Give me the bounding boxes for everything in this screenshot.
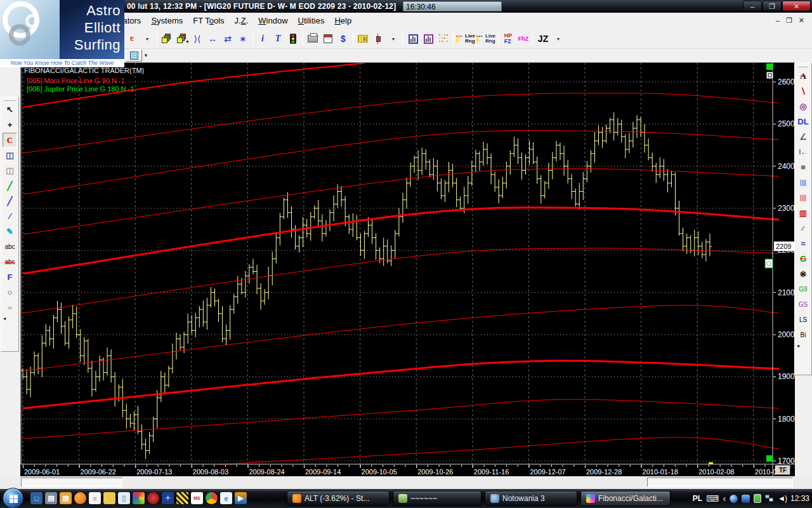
chart-window-purple-icon[interactable] [421,31,435,46]
media-red-icon[interactable] [147,492,159,504]
live-range-blue-icon[interactable]: •••FLiveRng [476,31,495,46]
start-button[interactable] [3,488,23,508]
battery-icon[interactable] [754,494,761,503]
palette-drag-handle[interactable] [4,98,15,101]
chrome-icon[interactable] [206,492,218,504]
price-chart-canvas[interactable]: FIBONACCI/GALACTIC TRADER(TM)[005] Mars … [20,62,795,476]
dropdown-arrow-icon[interactable]: ▼ [551,31,565,46]
gann-g-tool[interactable]: G [796,251,811,266]
jz-menu-icon[interactable]: JZ [536,31,550,46]
color-grid-icon[interactable] [436,31,450,46]
explorer-icon[interactable]: ▤ [60,492,72,504]
vertical-lines-blue-tool[interactable]: |||| [796,175,811,190]
tray-chevron-icon[interactable]: ‹ [723,493,726,504]
a-wave-tool[interactable]: A [796,69,811,83]
pointer-tool[interactable]: ↖ [3,102,17,117]
mdi-restore-button[interactable]: ❐ [783,17,796,24]
live-range-red-icon[interactable]: •••FLiveRng [456,31,475,46]
spiral-tool[interactable]: ◎ [796,99,811,114]
crosshair-tool[interactable]: + [3,117,17,132]
fhz-icon[interactable]: FhZ [516,31,530,46]
minimize-button[interactable]: – [743,1,762,11]
language-indicator[interactable]: PL [693,494,702,503]
recycle-bin-icon[interactable]: ▯ [118,492,130,504]
layers-icon[interactable] [160,31,174,46]
trendline-green-tool[interactable]: ╱ [3,178,17,193]
menu-ft-tools[interactable]: FT Tools [188,13,229,25]
menu-j-z-[interactable]: J.Z. [230,13,254,25]
graphics-app-icon[interactable] [133,492,145,504]
volume-icon[interactable]: ◄) [778,494,787,503]
hp-fz-icon[interactable]: HPFZ [501,31,515,46]
angle-lines-tool[interactable]: ∠ [796,130,811,144]
palette-drag-handle[interactable] [798,65,808,67]
ie-icon[interactable]: e [220,492,232,504]
candle-zoom-icon[interactable] [371,31,385,46]
data-editor-icon[interactable] [321,31,335,46]
wmp-icon[interactable]: ▶ [235,492,247,504]
ms-app-icon[interactable]: MS [191,492,203,504]
dropdown-arrow-icon[interactable]: ▼ [140,31,154,46]
layers-add-icon[interactable]: + [175,31,189,46]
text-abc-tool[interactable]: abc [3,239,17,254]
maximize-button[interactable]: ❐ [763,1,782,11]
notepad-icon[interactable]: ≡ [89,492,101,504]
tray-agent-icon[interactable] [742,495,750,503]
folder-icon[interactable] [103,492,115,504]
chart-window-blue-icon[interactable] [406,31,420,46]
horizontal-lines-tool[interactable]: ≡ [796,160,811,175]
spybot-icon[interactable] [176,492,188,504]
flat-ellipse-tool[interactable]: ○ [3,304,17,312]
gs-tool[interactable]: GS [796,297,811,312]
ellipse-tool[interactable]: ○ [3,285,17,300]
taskbar-button-notowania-3[interactable]: Notowania 3 [485,491,577,506]
fibonacci-tool[interactable]: F [3,270,17,284]
star-compress-icon[interactable]: ∗ [236,31,250,46]
zigzag-tool[interactable]: ≈ [796,236,811,251]
menu-utilities[interactable]: Utilities [293,13,330,25]
ruler-icon[interactable]: E [356,31,370,46]
zoom-document-disabled-tool[interactable]: ◫ [3,163,17,178]
timeframe-button[interactable]: TF [775,465,790,475]
messenger-icon[interactable]: ✦ [162,492,174,504]
info-pointer-icon[interactable]: i [256,31,270,46]
taskbar-button-[interactable]: ~~~~~~ [393,491,481,506]
mini-chart-tool[interactable]: ▥ [796,206,811,220]
bar-width-icon[interactable]: ↔ [206,31,219,46]
g9-tool[interactable]: G9 [796,282,811,297]
print-icon[interactable] [306,31,320,46]
traffic-light-icon[interactable] [286,31,300,46]
compress-bars-icon[interactable]: ⟩⟨ [190,31,204,46]
mdi-close-button[interactable]: ✕ [796,17,808,24]
close-button[interactable]: ✕ [782,1,811,11]
tray-orb-icon[interactable] [730,495,738,503]
text-tool-icon[interactable]: T [271,31,285,46]
menu-window[interactable]: Window [253,13,292,25]
taskbar-button-alt-3-62-st[interactable]: ALT (-3.62%) - St... [287,491,390,506]
palette-collapse-icon[interactable]: ◂ [1,316,18,321]
magnet-c-tool[interactable]: C [3,133,17,147]
keyboard-icon[interactable]: ⌨ [706,493,719,504]
bar-shift-icon[interactable]: ⇄ [221,31,235,46]
menu-systems[interactable]: Systems [146,13,188,25]
chart-grid-style-button[interactable] [126,50,142,62]
hidden-partial-icon[interactable]: E [125,31,139,46]
fan-lines-tool[interactable]: ※ [796,267,811,281]
trendline-blue-tool[interactable]: ╱ [3,194,17,208]
trendline-steep-tool[interactable]: ∕ [3,209,17,224]
pencil-line-tool[interactable]: ✎ [3,224,17,239]
bi-tool[interactable]: Bi [796,328,811,342]
i-arrow-tool[interactable]: I← [796,145,811,159]
firefox-icon[interactable] [74,492,86,504]
palette-collapse-icon[interactable]: ◂ [795,343,811,349]
ls-tool[interactable]: LS [796,312,811,327]
network-icon[interactable] [765,495,774,502]
taskbar-button-fibonacci-galacti[interactable]: Fibonacci/Galacti... [580,491,671,506]
dl-tool[interactable]: DL [796,114,811,129]
dropdown-arrow-icon[interactable]: ▼ [386,31,400,46]
dollar-icon[interactable]: $ [336,31,350,46]
show-desktop-icon[interactable]: □ [30,492,43,504]
red-green-lines-tool[interactable]: ∖ [796,84,811,98]
text-delete-tool[interactable]: abc [3,255,17,269]
vertical-lines-red-tool[interactable]: |||| [796,190,811,205]
